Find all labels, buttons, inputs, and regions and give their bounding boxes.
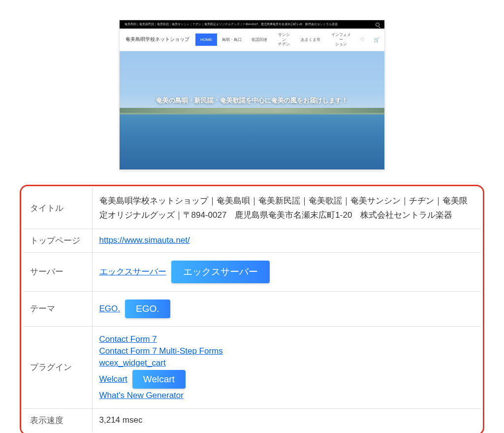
value-toppage: https://www.simauta.net/ <box>92 229 481 252</box>
value-theme: EGO. EGO. <box>92 291 481 326</box>
plugin-link-3[interactable]: wcex_widget_cart <box>99 358 166 367</box>
detail-table: タイトル 奄美島唄学校ネットショップ｜奄美島唄｜奄美新民謡｜奄美歌謡｜奄美サンシ… <box>23 188 481 432</box>
theme-button[interactable]: EGO. <box>125 300 170 318</box>
hero-text: 奄美の島唄・新民謡・奄美歌謡を中心に奄美の風をお届けします！ <box>156 96 348 105</box>
label-plugins: プラグイン <box>23 326 92 408</box>
row-title: タイトル 奄美島唄学校ネットショップ｜奄美島唄｜奄美新民謡｜奄美歌謡｜奄美サンシ… <box>23 188 481 229</box>
value-title: 奄美島唄学校ネットショップ｜奄美島唄｜奄美新民謡｜奄美歌謡｜奄美サンシン｜チヂン… <box>92 188 481 229</box>
row-plugins: プラグイン Contact Form 7 Contact Form 7 Mult… <box>23 326 481 408</box>
toppage-link[interactable]: https://www.simauta.net/ <box>99 235 190 245</box>
value-server: エックスサーバー エックスサーバー <box>92 252 481 291</box>
row-speed: 表示速度 3,214 msec <box>23 408 481 432</box>
theme-link[interactable]: EGO. <box>99 304 121 314</box>
plugin-button-welcart[interactable]: Welcart <box>132 370 186 389</box>
row-toppage: トップページ https://www.simauta.net/ <box>23 229 481 252</box>
heart-icon: ♡ <box>356 37 369 42</box>
row-theme: テーマ EGO. EGO. <box>23 291 481 326</box>
nav-item-5: インフォメー ション <box>325 29 356 51</box>
label-server: サーバー <box>23 252 92 291</box>
detail-table-box: タイトル 奄美島唄学校ネットショップ｜奄美島唄｜奄美新民謡｜奄美歌謡｜奄美サンシ… <box>20 185 484 433</box>
plugin-link-1[interactable]: Contact Form 7 <box>99 334 157 344</box>
label-speed: 表示速度 <box>23 408 92 432</box>
topbar-text: 奄美島唄｜奄美新民謡｜奄美歌謡｜奄美サンシン｜チヂン｜奄美限定オリジナルグッズ｜… <box>125 22 338 27</box>
label-theme: テーマ <box>23 291 92 326</box>
label-toppage: トップページ <box>23 229 92 252</box>
label-title: タイトル <box>23 188 92 229</box>
nav-item-1: 島唄・島口 <box>217 33 247 46</box>
site-brand: 奄美島唄学校ネットショップ <box>120 32 195 47</box>
screenshot-topbar: 奄美島唄｜奄美新民謡｜奄美歌謡｜奄美サンシン｜チヂン｜奄美限定オリジナルグッズ｜… <box>120 20 384 29</box>
server-link[interactable]: エックスサーバー <box>99 266 166 277</box>
row-server: サーバー エックスサーバー エックスサーバー <box>23 252 481 291</box>
nav-home: HOME <box>195 33 217 46</box>
value-speed: 3,214 msec <box>92 408 481 432</box>
site-screenshot-inner: 奄美島唄｜奄美新民謡｜奄美歌謡｜奄美サンシン｜チヂン｜奄美限定オリジナルグッズ｜… <box>119 20 385 170</box>
screenshot-nav: 奄美島唄学校ネットショップ HOME 島唄・島口 歌謡関連 サンシン チヂン あ… <box>120 29 384 51</box>
plugin-link-4[interactable]: Welcart <box>99 374 127 384</box>
site-screenshot: 奄美島唄｜奄美新民謡｜奄美歌謡｜奄美サンシン｜チヂン｜奄美限定オリジナルグッズ｜… <box>20 20 484 170</box>
value-plugins: Contact Form 7 Contact Form 7 Multi-Step… <box>92 326 481 408</box>
search-icon <box>376 23 379 27</box>
plugin-link-5[interactable]: What's New Generator <box>99 391 184 400</box>
hero-area: 奄美の島唄・新民謡・奄美歌謡を中心に奄美の風をお届けします！ <box>120 51 384 169</box>
nav-item-4: あまくま市 <box>296 33 325 46</box>
nav-item-3: サンシン チヂン <box>272 29 296 51</box>
plugin-link-2[interactable]: Contact Form 7 Multi-Step Forms <box>99 346 223 356</box>
cart-icon: 🛒 <box>369 37 384 42</box>
nav-item-2: 歌謡関連 <box>247 33 272 46</box>
server-button[interactable]: エックスサーバー <box>171 261 270 283</box>
